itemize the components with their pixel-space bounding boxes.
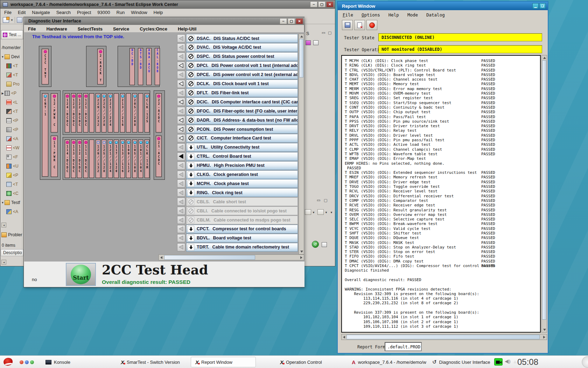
scroll-up-icon[interactable] <box>543 57 546 59</box>
scroll-right-icon[interactable] <box>543 336 545 339</box>
test-select-button[interactable] <box>177 71 185 79</box>
tree-item[interactable]: <A <box>1 207 23 216</box>
menu-search[interactable]: Search <box>53 10 74 15</box>
testlist-vertical-scrollbar[interactable] <box>299 34 304 254</box>
board-card[interactable]: 123-DCDC <box>71 93 76 132</box>
maximize-button[interactable]: ❏ <box>539 3 546 9</box>
tree-item[interactable]: <F <box>1 152 23 162</box>
test-select-button[interactable] <box>177 234 185 242</box>
test-item[interactable]: DVAC.DIS Voltage AC/DC test <box>186 43 298 52</box>
board-card[interactable]: 113-DCDC <box>71 139 76 178</box>
expand-arrow-icon[interactable]: ▼ <box>1 55 5 59</box>
report-text[interactable]: T MCPH (CLK) (DIG): Clock phase testPASS… <box>341 55 541 333</box>
menu-service[interactable]: Service <box>113 26 129 32</box>
minimize-button[interactable]: ‒ <box>310 1 317 7</box>
test-item[interactable]: DCLK.DIS Clock board volt 1 test <box>186 80 298 88</box>
report-title-bar[interactable]: Report Window ▁ ❏ <box>338 2 548 10</box>
test-item[interactable]: MCPH.Clock phase test <box>186 179 298 188</box>
scrollbar-thumb[interactable] <box>164 255 255 260</box>
tree-item[interactable]: ▼Testf <box>1 198 23 207</box>
board-card[interactable]: 229//232 <box>96 93 100 132</box>
board-card[interactable]: 122-DCDC <box>77 93 82 132</box>
test-select-button[interactable] <box>177 162 185 170</box>
test-item[interactable]: DSAC.DIS Status AC/DC test <box>186 34 298 43</box>
new-wizard-icon[interactable] <box>3 17 9 23</box>
save-icon[interactable] <box>17 17 22 23</box>
test-item[interactable]: RING.Clock ring test <box>186 188 298 197</box>
tree-item[interactable]: Pro <box>1 80 23 89</box>
scroll-left-button[interactable]: ◂ <box>1 260 6 265</box>
board-card[interactable]: 22-ACDC <box>156 93 162 132</box>
chevron-down-icon[interactable]: ▼ <box>10 19 13 22</box>
menu-navigate[interactable]: Navigate <box>29 10 53 15</box>
board-card[interactable]: 114-DCDC <box>65 139 70 178</box>
test-item[interactable]: DADR.DIS Address- & data-bus test {no FW… <box>186 116 298 124</box>
menu-run[interactable]: Run <box>113 10 128 15</box>
launcher-dot-blue-icon[interactable] <box>25 360 29 364</box>
save-report-button[interactable] <box>342 20 353 30</box>
test-item[interactable]: DPCE.DIS power control volt 2 test {exte… <box>186 70 298 79</box>
report-horizontal-scrollbar[interactable] <box>341 334 547 340</box>
test-item[interactable]: CLKG.Clock generation test <box>186 170 298 179</box>
board-card[interactable]: CIC TNT <box>42 49 49 84</box>
test-select-button[interactable] <box>177 107 185 115</box>
screen-recorder-tray-icon[interactable] <box>494 358 503 366</box>
board-card[interactable]: CLK-125 <box>145 93 149 132</box>
board-card[interactable]: 121//124 <box>108 139 113 178</box>
menu-options[interactable]: Options <box>362 12 380 18</box>
scroll-right-icon[interactable] <box>300 256 302 259</box>
test-select-button[interactable] <box>177 43 185 52</box>
board-card[interactable]: 213//216 <box>120 93 125 132</box>
tree-item[interactable]: ▶<P <box>1 89 23 98</box>
view-icon[interactable] <box>313 40 318 45</box>
board-card[interactable]: 11-PWR C <box>51 136 58 177</box>
run-status-icon[interactable]: ↺ <box>312 241 319 248</box>
test-item[interactable]: CPCT.Compressor test for control boards <box>186 225 298 233</box>
taskbar-item[interactable]: XReport Window <box>195 356 232 368</box>
view-icon[interactable] <box>306 40 311 45</box>
toolbar-icon[interactable] <box>317 209 324 215</box>
menu-window[interactable]: Window <box>128 10 150 15</box>
test-select-button[interactable] <box>177 189 185 197</box>
board-card[interactable]: CAL-ROB <box>155 48 160 85</box>
board-card[interactable]: 221//224 <box>108 93 113 132</box>
start-button[interactable]: Start <box>66 263 96 286</box>
maximize-button[interactable]: ▢ <box>288 18 295 24</box>
menu-93000[interactable]: 93000 <box>94 10 113 15</box>
minimize-button[interactable]: ▁ <box>532 3 539 9</box>
board-card[interactable]: 111-DCDC <box>83 139 88 178</box>
menu-cycles:once[interactable]: Cycles:Once <box>140 26 167 32</box>
board-card[interactable]: CLK-11M <box>145 139 149 178</box>
board-card[interactable]: 125//128 <box>102 139 106 178</box>
board-card[interactable] <box>114 93 119 132</box>
menu-mode[interactable]: Mode <box>407 12 418 18</box>
board-card[interactable]: 109//112 <box>126 139 131 178</box>
scrollbar-thumb[interactable] <box>346 335 540 339</box>
test-item[interactable]: PCON.DIS Power consumption test <box>186 125 298 134</box>
test-select-button[interactable] <box>177 225 185 233</box>
scrollbar-thumb[interactable] <box>299 39 303 77</box>
test-select-button[interactable] <box>177 198 185 206</box>
board-card[interactable]: CNT-1 <box>42 93 48 177</box>
board-card[interactable]: 21-ACDC <box>156 136 162 177</box>
tree-item[interactable]: <P <box>1 171 23 180</box>
test-select-button[interactable] <box>177 80 185 88</box>
tree-item[interactable]: <C <box>1 189 23 198</box>
taskbar-item[interactable]: Aworkspace_7.6.4 - /home/demo/w <box>352 356 426 368</box>
scroll-left-icon[interactable] <box>160 256 162 259</box>
report-formatter-field[interactable]: .default.PROD <box>385 342 422 351</box>
test-select-button[interactable] <box>177 143 185 151</box>
test-select-button[interactable] <box>177 89 185 97</box>
tree-item[interactable]: <T <box>1 107 23 116</box>
test-item[interactable]: DFLT.DIS Fiber-link test <box>186 88 298 97</box>
board-card[interactable]: 2-RACK T <box>97 49 104 84</box>
test-item[interactable]: DCIC.DIS Computer interface card test {C… <box>186 97 298 106</box>
test-item[interactable]: BDVL.Board voltage test <box>186 234 298 243</box>
menu-file[interactable]: File <box>28 26 36 32</box>
report-vertical-scrollbar[interactable] <box>541 55 547 333</box>
test-item[interactable]: DPCI.DIS Power control volt 1 test {inte… <box>186 61 298 70</box>
tree-item[interactable]: <P <box>1 116 23 125</box>
scroll-up-icon[interactable] <box>300 35 303 38</box>
tree-item[interactable]: <T <box>1 61 23 70</box>
redhat-menu-icon[interactable] <box>3 357 13 367</box>
